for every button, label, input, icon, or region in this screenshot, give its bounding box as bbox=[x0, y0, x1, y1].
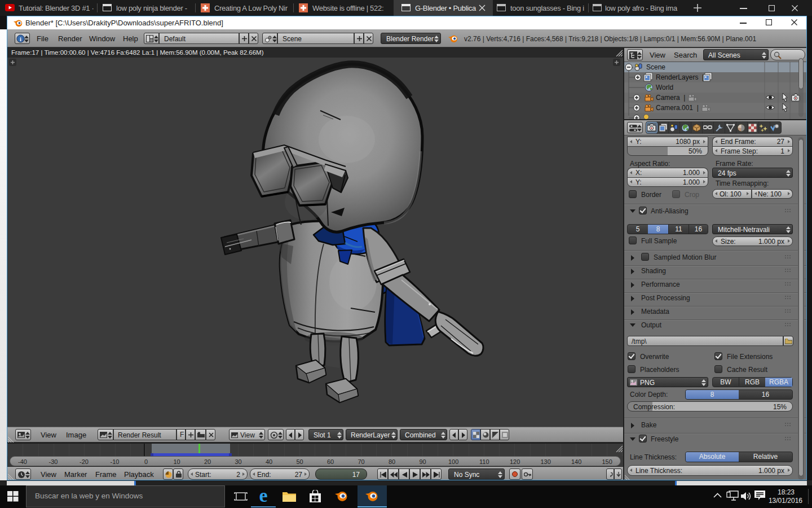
svg-text:i: i bbox=[20, 36, 21, 42]
